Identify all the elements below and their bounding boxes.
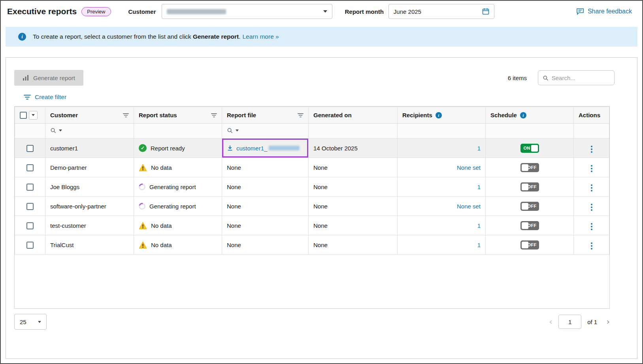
toggle-label: OFF — [528, 165, 537, 170]
toggle-label: OFF — [528, 223, 537, 228]
customer-name: TrialCust — [50, 242, 74, 248]
app-window: Executive reports Preview Customer Repor… — [0, 0, 643, 364]
report-month-picker[interactable]: June 2025 — [388, 4, 494, 19]
recipients-link[interactable]: 1 — [477, 145, 481, 152]
select-menu-button[interactable] — [29, 111, 38, 120]
toolbar-right: 6 items — [508, 70, 615, 85]
column-header-actions: Actions — [579, 112, 600, 118]
table-row: test-customer No data None None 1 OFF — [15, 216, 609, 235]
generate-report-button[interactable]: Generate report — [14, 70, 83, 86]
row-checkbox[interactable] — [26, 164, 34, 171]
chevron-down-icon — [323, 10, 327, 13]
column-header-generated-on: Generated on — [313, 112, 352, 118]
customer-select[interactable] — [162, 4, 332, 19]
customer-filter-search[interactable] — [50, 128, 62, 133]
row-checkbox[interactable] — [26, 222, 34, 229]
status-text: No data — [151, 222, 172, 229]
table-row: Joe Bloggs Generating report None None 1… — [15, 177, 609, 197]
search-input[interactable] — [552, 75, 610, 81]
info-banner: i To create a report, select a customer … — [6, 27, 637, 47]
row-checkbox[interactable] — [26, 145, 34, 152]
page-size-value: 25 — [20, 319, 26, 325]
share-feedback-label: Share feedback — [588, 8, 632, 15]
status-text: No data — [151, 242, 172, 248]
status-text: No data — [151, 164, 172, 171]
search-icon — [50, 128, 56, 133]
row-actions-menu[interactable] — [589, 144, 594, 154]
row-actions-menu[interactable] — [589, 202, 594, 212]
schedule-toggle[interactable]: OFF — [520, 182, 539, 191]
items-count: 6 items — [508, 75, 527, 81]
report-status-column-filter-icon[interactable] — [211, 113, 217, 118]
status-warning-icon — [139, 241, 147, 249]
page-size-select[interactable]: 25 — [14, 314, 47, 330]
column-header-schedule: Schedule — [490, 112, 517, 118]
learn-more-link[interactable]: Learn more » — [243, 33, 279, 40]
schedule-toggle[interactable]: OFF — [520, 202, 539, 211]
row-actions-menu[interactable] — [589, 241, 594, 251]
report-file-column-filter-icon[interactable] — [298, 113, 304, 118]
column-header-customer: Customer — [50, 112, 78, 118]
banner-text-after: . — [239, 33, 240, 40]
toggle-knob — [522, 203, 528, 210]
schedule-toggle[interactable]: ON — [520, 144, 539, 153]
previous-page-button[interactable]: ‹ — [549, 317, 552, 326]
customer-value-redacted — [167, 9, 226, 14]
row-actions-menu[interactable] — [589, 221, 594, 232]
customer-name: Demo-partner — [50, 164, 87, 171]
banner-text: To create a report, select a customer fr… — [33, 33, 279, 40]
recipients-link[interactable]: 1 — [477, 242, 481, 248]
pagination-bar: 25 ‹ of 1 › — [14, 314, 610, 330]
table-row: Demo-partner No data None None None set … — [15, 158, 609, 177]
row-checkbox[interactable] — [26, 184, 34, 191]
redacted-filename — [269, 146, 300, 150]
schedule-toggle[interactable]: OFF — [520, 163, 539, 172]
toggle-knob — [522, 164, 528, 171]
status-text: Generating report — [149, 184, 196, 190]
customer-name: Joe Bloggs — [50, 184, 79, 190]
report-file-name: customer1_ — [236, 145, 267, 152]
schedule-toggle[interactable]: OFF — [520, 221, 539, 230]
recipients-info-icon[interactable]: i — [436, 112, 442, 118]
recipients-link[interactable]: 1 — [477, 222, 481, 229]
search-box — [538, 70, 615, 85]
next-page-button[interactable]: › — [606, 317, 610, 326]
customer-name: software-only-partner — [50, 203, 106, 210]
row-checkbox[interactable] — [26, 242, 34, 249]
page-count-label: of 1 — [587, 319, 597, 325]
table-header-row: Customer Report status Report file Gener… — [15, 107, 609, 124]
report-file-link[interactable]: customer1_ — [236, 145, 300, 152]
schedule-info-icon[interactable]: i — [520, 112, 526, 118]
toggle-label: OFF — [528, 204, 537, 208]
recipients-link[interactable]: None set — [457, 203, 481, 210]
page-title: Executive reports — [7, 7, 77, 16]
recipients-link[interactable]: None set — [457, 164, 481, 171]
select-all-control — [20, 111, 40, 120]
page-number-input[interactable] — [558, 315, 581, 329]
toggle-knob — [522, 184, 528, 190]
row-actions-menu[interactable] — [589, 183, 594, 193]
row-actions-menu[interactable] — [589, 163, 594, 174]
share-feedback-link[interactable]: Share feedback — [576, 8, 632, 15]
toggle-knob — [522, 242, 528, 248]
recipients-link[interactable]: 1 — [477, 184, 481, 190]
customer-column-filter-icon[interactable] — [123, 113, 129, 118]
chevron-down-icon — [236, 129, 239, 131]
report-file-filter-search[interactable] — [227, 128, 239, 133]
table-toolbar: Generate report 6 items — [14, 70, 629, 86]
info-icon: i — [18, 33, 26, 41]
banner-text-before: To create a report, select a customer fr… — [33, 33, 193, 40]
table-row: TrialCust No data None None 1 OFF — [15, 235, 609, 255]
report-file-value: None — [227, 222, 241, 229]
pager-controls: ‹ of 1 › — [549, 315, 610, 329]
schedule-toggle[interactable]: OFF — [520, 240, 539, 250]
status-text: Generating report — [149, 203, 196, 210]
row-checkbox[interactable] — [26, 203, 34, 210]
generated-on-value: 14 October 2025 — [313, 145, 358, 152]
select-all-checkbox[interactable] — [20, 112, 27, 119]
table-row: customer1 ✓Report ready customer1_ — [15, 139, 609, 158]
column-header-recipients: Recipients — [402, 112, 432, 118]
search-icon — [227, 128, 233, 133]
toggle-label: OFF — [528, 184, 537, 189]
create-filter-link[interactable]: Create filter — [24, 94, 66, 101]
